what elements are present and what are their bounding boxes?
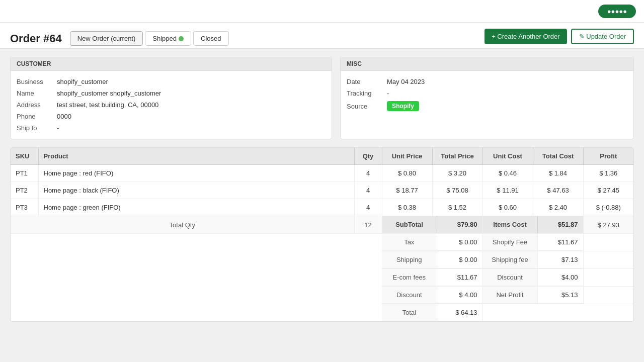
col-unit-price: Unit Price bbox=[382, 148, 432, 165]
discount-center-value: $ 4.00 bbox=[437, 287, 482, 303]
ecom-fees-value: $11.67 bbox=[437, 269, 482, 286]
order-table-wrapper: SKU Product Qty Unit Price Total Price U… bbox=[10, 147, 634, 322]
row-profit: $ (-0.88) bbox=[583, 199, 633, 216]
summary-right-header-cell: Items Cost $51.87 bbox=[482, 216, 583, 234]
row-unit-cost: $ 11.91 bbox=[482, 182, 533, 199]
net-profit-label: Net Profit bbox=[483, 287, 538, 303]
address-value: test street, test building, CA, 00000 bbox=[57, 101, 158, 109]
row-unit-cost: $ 0.60 bbox=[482, 199, 533, 216]
customer-name-row: Name shopify_customer shopify_customer bbox=[17, 87, 326, 99]
subtotal-value: $79.80 bbox=[437, 216, 482, 233]
top-bar-button[interactable]: ●●●●● bbox=[598, 5, 636, 18]
col-sku: SKU bbox=[11, 148, 38, 165]
col-profit: Profit bbox=[583, 148, 633, 165]
misc-panel: MISC Date May 04 2023 Tracking - Source … bbox=[340, 57, 634, 139]
summary-row-subtotal: Total Qty 12 SubTotal $79.80 Items Cost … bbox=[11, 216, 633, 234]
customer-phone-row: Phone 0000 bbox=[17, 111, 326, 122]
phone-label: Phone bbox=[17, 113, 57, 120]
shipping-fee-label: Shipping fee bbox=[483, 251, 538, 268]
shipped-label: Shipped bbox=[152, 35, 177, 42]
summary-row-ecom: E-com fees $11.67 Discount $4.00 bbox=[11, 269, 633, 287]
customer-panel: CUSTOMER Business shopify_customer Name … bbox=[10, 57, 332, 139]
business-value: shopify_customer bbox=[57, 78, 108, 85]
page-header: Order #64 New Order (current) Shipped Cl… bbox=[0, 23, 644, 49]
tax-value: $ 0.00 bbox=[437, 234, 482, 250]
row-total-cost: $ 47.63 bbox=[533, 182, 583, 199]
tab-closed[interactable]: Closed bbox=[193, 31, 228, 46]
row-sku: PT2 bbox=[11, 182, 38, 199]
row-sku: PT1 bbox=[11, 165, 38, 182]
total-value: $ 64.13 bbox=[437, 304, 482, 321]
row-total-price: $ 1.52 bbox=[432, 199, 482, 216]
tab-shipped[interactable]: Shipped bbox=[145, 31, 191, 46]
header-actions: + Create Another Order ✎ Update Order bbox=[485, 29, 634, 48]
table-header-row: SKU Product Qty Unit Price Total Price U… bbox=[11, 148, 633, 165]
summary-row-shipping: Shipping $ 0.00 Shipping fee $7.13 bbox=[11, 251, 633, 269]
table-row: PT3 Home page : green (FIFO) 4 $ 0.38 $ … bbox=[11, 199, 633, 216]
row-profit: $ 1.36 bbox=[583, 165, 633, 182]
customer-address-row: Address test street, test building, CA, … bbox=[17, 99, 326, 111]
table-row: PT1 Home page : red (FIFO) 4 $ 0.80 $ 3.… bbox=[11, 165, 633, 182]
tracking-label: Tracking bbox=[347, 89, 387, 97]
row-product: Home page : green (FIFO) bbox=[38, 199, 354, 216]
summary-row-discount: Discount $ 4.00 Net Profit $5.13 bbox=[11, 287, 633, 304]
misc-date-row: Date May 04 2023 bbox=[347, 76, 627, 87]
customer-shipto-row: Ship to - bbox=[17, 122, 326, 134]
top-bar: ●●●●● bbox=[0, 0, 644, 23]
row-unit-cost: $ 0.46 bbox=[482, 165, 533, 182]
tab-new-order[interactable]: New Order (current) bbox=[70, 31, 143, 46]
misc-panel-body: Date May 04 2023 Tracking - Source Shopi… bbox=[341, 71, 633, 118]
total-qty-label: Total Qty bbox=[11, 216, 354, 234]
total-profit-cell: $ 27.93 bbox=[583, 216, 633, 234]
ecom-fees-label: E-com fees bbox=[382, 269, 437, 286]
customer-business-row: Business shopify_customer bbox=[17, 76, 326, 87]
order-table: SKU Product Qty Unit Price Total Price U… bbox=[11, 148, 633, 321]
table-row: PT2 Home page : black (FIFO) 4 $ 18.77 $… bbox=[11, 182, 633, 199]
subtotal-label: SubTotal bbox=[382, 216, 437, 233]
row-unit-price: $ 18.77 bbox=[382, 182, 432, 199]
shopify-fee-label: Shopify Fee bbox=[483, 234, 538, 250]
row-sku: PT3 bbox=[11, 199, 38, 216]
row-total-cost: $ 1.84 bbox=[533, 165, 583, 182]
update-order-button[interactable]: ✎ Update Order bbox=[571, 29, 634, 44]
total-label: Total bbox=[382, 304, 437, 321]
row-total-price: $ 3.20 bbox=[432, 165, 482, 182]
shipto-label: Ship to bbox=[17, 124, 57, 132]
content: CUSTOMER Business shopify_customer Name … bbox=[0, 49, 644, 330]
discount-center-label: Discount bbox=[382, 287, 437, 303]
shipping-fee-value: $7.13 bbox=[538, 251, 583, 268]
row-qty: 4 bbox=[354, 165, 382, 182]
customer-panel-body: Business shopify_customer Name shopify_c… bbox=[11, 71, 332, 139]
tabs: New Order (current) Shipped Closed bbox=[70, 31, 229, 46]
col-unit-cost: Unit Cost bbox=[482, 148, 533, 165]
create-another-order-button[interactable]: + Create Another Order bbox=[485, 29, 567, 44]
net-profit-value: $5.13 bbox=[538, 287, 583, 303]
misc-tracking-row: Tracking - bbox=[347, 87, 627, 99]
page-title: Order #64 bbox=[10, 32, 62, 45]
row-unit-price: $ 0.38 bbox=[382, 199, 432, 216]
col-total-cost: Total Cost bbox=[533, 148, 583, 165]
discount-right-value: $4.00 bbox=[538, 269, 583, 286]
summary-row-tax: Tax $ 0.00 Shopify Fee $11.67 bbox=[11, 234, 633, 251]
row-profit: $ 27.45 bbox=[583, 182, 633, 199]
row-qty: 4 bbox=[354, 199, 382, 216]
row-total-cost: $ 2.40 bbox=[533, 199, 583, 216]
items-cost-value: $51.87 bbox=[538, 216, 583, 233]
phone-value: 0000 bbox=[57, 113, 71, 120]
source-label: Source bbox=[347, 103, 387, 110]
col-product: Product bbox=[38, 148, 354, 165]
row-qty: 4 bbox=[354, 182, 382, 199]
row-total-price: $ 75.08 bbox=[432, 182, 482, 199]
shopify-badge: Shopify bbox=[387, 101, 419, 111]
row-product: Home page : red (FIFO) bbox=[38, 165, 354, 182]
tracking-value: - bbox=[387, 89, 389, 97]
name-value: shopify_customer shopify_customer bbox=[57, 89, 161, 97]
col-qty: Qty bbox=[354, 148, 382, 165]
shipping-label: Shipping bbox=[382, 251, 437, 268]
info-row: CUSTOMER Business shopify_customer Name … bbox=[10, 57, 634, 139]
date-value: May 04 2023 bbox=[387, 78, 425, 85]
address-label: Address bbox=[17, 101, 57, 109]
misc-panel-header: MISC bbox=[341, 57, 633, 71]
discount-right-label: Discount bbox=[483, 269, 538, 286]
name-label: Name bbox=[17, 89, 57, 97]
